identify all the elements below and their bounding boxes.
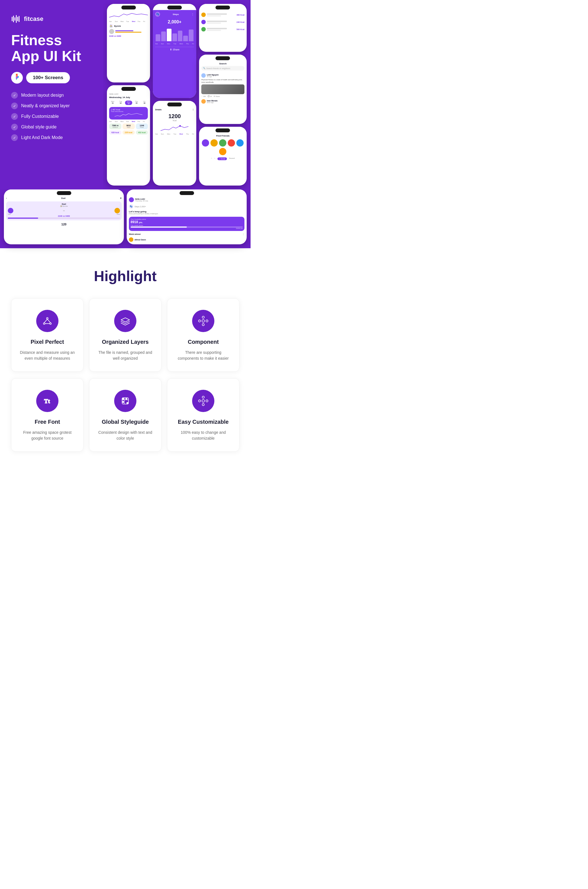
pixel-perfect-desc: Distance and measure using an even multi… (20, 350, 75, 361)
phone-search: Search 🔍 Search friends or neighbors Lin… (199, 55, 247, 124)
logo-text: fitcase (24, 15, 44, 23)
svg-line-11 (44, 319, 47, 323)
duel-card: Duel 🚴 Bycicle vs YouAlex 2246 vs 6468 (6, 202, 122, 220)
pixel-perfect-card: Pixel Perfect Distance and measure using… (11, 298, 84, 372)
phones-container: SatSunMonTueWedThuFri 🚴 Bycicle (103, 0, 250, 190)
search-bar: 🔍 Search friends or neighbors (201, 66, 244, 71)
phone-challenge: Hello Linh! Thursday, 08 July 👣 Steps 2,… (127, 190, 247, 244)
organized-layers-icon-circle (114, 310, 136, 332)
svg-point-27 (127, 402, 128, 404)
steps-icon: 👣 (155, 12, 160, 17)
phone-duel-content: ‹Duel⬆ Duel 🚴 Bycicle vs YouAlex 2246 vs… (4, 196, 124, 244)
phone-2-pill (122, 87, 136, 91)
phone-1: SatSunMonTueWedThuFri 🚴 Bycicle (107, 4, 150, 83)
hero-left-panel: fitcase Fitness App UI Kit (0, 0, 103, 190)
bike-icon: 🚴 (109, 24, 113, 28)
phone-duel: ‹Duel⬆ Duel 🚴 Bycicle vs YouAlex 2246 vs… (4, 190, 124, 244)
phone-1-content: SatSunMonTueWedThuFri 🚴 Bycicle (107, 10, 150, 83)
check-icon-1: ✓ (11, 92, 18, 99)
layers-icon (120, 316, 130, 326)
phone-1-days: SatSunMonTueWedThuFri (109, 21, 148, 22)
phone-lb-pill (216, 6, 230, 9)
global-styleguide-desc: Consistent design with text and color st… (98, 430, 153, 441)
component-card: Component There are supporting component… (167, 298, 239, 372)
phone-search-content: Search 🔍 Search friends or neighbors Lin… (199, 61, 247, 124)
svg-point-24 (123, 398, 124, 400)
pixel-perfect-title: Pixel Perfect (31, 339, 64, 345)
user-2: 240 Kcal (201, 19, 244, 25)
hero-phones-area: SatSunMonTueWedThuFri 🚴 Bycicle (103, 0, 250, 190)
svg-rect-4 (17, 17, 18, 21)
font-icon: Tt (42, 396, 52, 406)
phone-col-2: 👣 Steps ⋮ 2,000+ (153, 4, 196, 185)
free-font-card: Tt Free Font Free amazing space grotest … (11, 378, 84, 451)
component-icon (198, 316, 208, 326)
phone-duel-pill (57, 191, 71, 195)
global-styleguide-icon-circle (114, 390, 136, 412)
friend-avatars (201, 139, 244, 155)
svg-point-30 (202, 404, 204, 406)
easy-customizable-card: Easy Customizable 100% easy to change an… (167, 378, 239, 451)
phone-lb-topbar (199, 4, 247, 10)
svg-point-17 (202, 324, 204, 326)
features-list: ✓ Modern layout design ✓ Neatly & organi… (11, 92, 92, 141)
svg-point-16 (202, 316, 204, 319)
feature-item-4: ✓ Global style guide (11, 124, 92, 130)
svg-point-25 (126, 398, 127, 400)
phone-search-pill (216, 56, 230, 60)
component-title: Component (188, 339, 219, 345)
hero-title: Fitness App UI Kit (11, 32, 92, 64)
bottom-stats: 628 kcal 235 kcal 432 kcal (109, 130, 148, 135)
phone-details-topbar (153, 101, 196, 107)
nodes-icon (42, 316, 52, 326)
svg-point-26 (123, 401, 124, 403)
styleguide-icon (120, 396, 130, 406)
bar-chart (155, 27, 194, 41)
svg-text:Tt: Tt (44, 398, 50, 405)
user-3: 500 Kcal (201, 26, 244, 32)
user3-avatar (201, 27, 206, 32)
svg-marker-14 (121, 318, 129, 322)
feature-item-5: ✓ Light And Dark Mode (11, 134, 92, 141)
organized-layers-desc: The file is named, grouped and well orga… (98, 350, 153, 361)
phone-search-topbar (199, 55, 247, 61)
svg-point-31 (198, 400, 201, 402)
check-icon-3: ✓ (11, 113, 18, 120)
user-1: 460 Kcal (201, 12, 244, 18)
svg-point-15 (202, 320, 205, 322)
phone-1-chart (109, 12, 148, 20)
check-icon-2: ✓ (11, 102, 18, 109)
phone-3-pill (167, 6, 182, 9)
component-icon-circle (192, 310, 214, 332)
phone-col-1: SatSunMonTueWedThuFri 🚴 Bycicle (107, 4, 150, 185)
highlight-title: Highlight (11, 268, 239, 284)
hero-section: fitcase Fitness App UI Kit (0, 0, 250, 190)
easy-customizable-desc: 100% easy to change and customizable (176, 430, 231, 441)
svg-point-28 (202, 400, 205, 402)
svg-point-19 (206, 320, 208, 322)
easy-customizable-icon-circle (192, 390, 214, 412)
fitcase-logo-icon (11, 14, 21, 24)
phone-ff-pill (216, 128, 230, 132)
user-avatar-1 (109, 29, 114, 34)
phone-1-activity-row: 🚴 Bycicle (109, 24, 148, 28)
customizable-icon (198, 396, 208, 406)
svg-line-12 (47, 319, 50, 323)
bottom-phones-row: ‹Duel⬆ Duel 🚴 Bycicle vs YouAlex 2246 vs… (0, 190, 250, 248)
svg-point-29 (202, 396, 204, 399)
phone-3-topbar (153, 4, 196, 10)
svg-rect-2 (15, 17, 15, 21)
check-icon-5: ✓ (11, 134, 18, 141)
feature-item-2: ✓ Neatly & organized layer (11, 102, 92, 109)
feature-item-1: ✓ Modern layout design (11, 92, 92, 99)
phone-2: Hello Linh! Wednesday, 14 July Mon11 Tue… (107, 85, 150, 185)
phone-ch-content: Hello Linh! Thursday, 08 July 👣 Steps 2,… (127, 196, 247, 244)
screens-badge: 100+ Screens (11, 72, 92, 84)
svg-rect-5 (19, 16, 20, 22)
user2-avatar (201, 20, 206, 24)
easy-customizable-title: Easy Customizable (178, 419, 229, 425)
organized-layers-card: Organized Layers The file is named, grou… (89, 298, 162, 372)
svg-rect-0 (12, 17, 12, 21)
figma-icon (14, 74, 20, 82)
component-desc: There are supporting components to make … (176, 350, 231, 361)
